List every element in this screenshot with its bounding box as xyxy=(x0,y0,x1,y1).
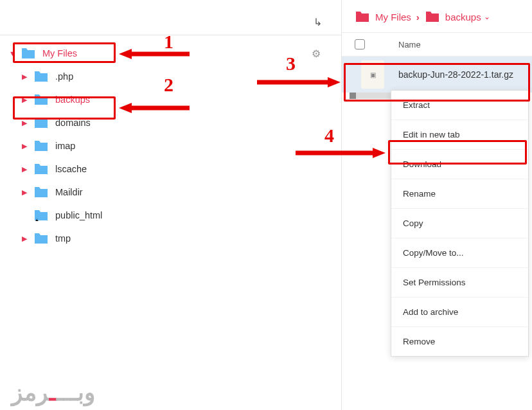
chevron-down-icon[interactable]: ⌄ xyxy=(484,12,490,21)
folder-icon xyxy=(21,47,36,60)
expand-icon[interactable]: ▶ xyxy=(22,119,31,127)
breadcrumb-label: My Files xyxy=(375,12,411,22)
expand-icon[interactable]: ▶ xyxy=(22,96,31,104)
enter-icon[interactable]: ↳ xyxy=(314,16,322,28)
chevron-right-icon: › xyxy=(416,12,420,22)
tree-label: My Files xyxy=(42,48,77,58)
expand-icon[interactable]: ▶ xyxy=(22,165,31,174)
tree-label: domains xyxy=(55,118,91,128)
tree-label: Maildir xyxy=(55,187,83,197)
tree-label: tmp xyxy=(55,233,71,244)
menu-copy[interactable]: Copy xyxy=(391,209,528,238)
tree-item-my-files[interactable]: ▼ My Files xyxy=(9,42,341,65)
menu-remove[interactable]: Remove xyxy=(391,327,528,356)
tree-item-lscache[interactable]: ▶ lscache xyxy=(22,157,341,181)
menu-copy-move-to[interactable]: Copy/Move to... xyxy=(391,238,528,268)
tree-label: imap xyxy=(55,141,75,151)
archive-file-icon: ▣ xyxy=(361,60,384,89)
menu-set-permissions[interactable]: Set Permissions xyxy=(391,268,528,298)
logo: وبــــرمز xyxy=(12,379,95,406)
expand-icon[interactable]: ▶ xyxy=(22,235,31,243)
gear-icon[interactable]: ⚙ xyxy=(312,48,321,60)
context-menu: Extract Edit in new tab Download Rename … xyxy=(391,90,529,357)
expand-icon[interactable]: ▶ xyxy=(22,188,31,197)
file-name: backup-Jun-28-2022-1.tar.gz xyxy=(398,69,513,80)
expand-icon[interactable]: ▼ xyxy=(9,49,18,57)
folder-icon xyxy=(33,186,49,199)
folder-icon xyxy=(33,93,49,106)
tree-label: backups xyxy=(55,94,90,105)
folder-icon xyxy=(33,139,49,152)
tree-label: .php xyxy=(55,71,73,82)
menu-add-to-archive[interactable]: Add to archive xyxy=(391,298,528,327)
breadcrumb-label: backups xyxy=(445,12,481,22)
breadcrumb-my-files[interactable]: My Files xyxy=(355,10,411,23)
scrollbar-thumb[interactable] xyxy=(350,93,356,99)
sidebar: ↳ ⚙ ▼ My Files ▶ .php ▶ backups xyxy=(0,0,342,410)
menu-rename[interactable]: Rename xyxy=(391,179,528,209)
menu-edit-new-tab[interactable]: Edit in new tab xyxy=(391,120,528,150)
expand-icon[interactable]: ▶ xyxy=(22,73,31,81)
folder-icon xyxy=(33,70,49,83)
file-row[interactable]: ▣ backup-Jun-28-2022-1.tar.gz xyxy=(342,57,532,93)
tree-item-backups[interactable]: ▶ backups xyxy=(22,88,341,111)
tree-item-imap[interactable]: ▶ imap xyxy=(22,134,341,157)
tree-item-public-html[interactable]: ▶ public_html xyxy=(22,204,341,227)
tree-label: public_html xyxy=(55,210,102,220)
folder-icon xyxy=(425,10,440,23)
folder-icon xyxy=(33,163,49,175)
folder-link-icon xyxy=(33,209,49,222)
menu-extract[interactable]: Extract xyxy=(391,91,528,120)
tree-label: lscache xyxy=(55,164,87,174)
tree-item-maildir[interactable]: ▶ Maildir xyxy=(22,181,341,204)
expand-icon[interactable]: ▶ xyxy=(22,142,31,150)
folder-icon xyxy=(355,10,370,23)
file-list-header: Name xyxy=(342,32,532,57)
folder-tree: ▼ My Files ▶ .php ▶ backups ▶ domains xyxy=(0,35,341,256)
sidebar-toolbar: ↳ xyxy=(0,10,341,35)
breadcrumb: My Files › backups ⌄ xyxy=(342,6,532,32)
tree-item-php[interactable]: ▶ .php xyxy=(22,65,341,88)
breadcrumb-backups[interactable]: backups xyxy=(425,10,481,23)
tree-item-domains[interactable]: ▶ domains xyxy=(22,111,341,134)
select-all-checkbox[interactable] xyxy=(355,39,365,49)
column-name[interactable]: Name xyxy=(398,40,421,49)
folder-icon xyxy=(33,232,49,245)
tree-item-tmp[interactable]: ▶ tmp xyxy=(22,227,341,250)
folder-icon xyxy=(33,116,49,129)
menu-download[interactable]: Download xyxy=(391,150,528,179)
